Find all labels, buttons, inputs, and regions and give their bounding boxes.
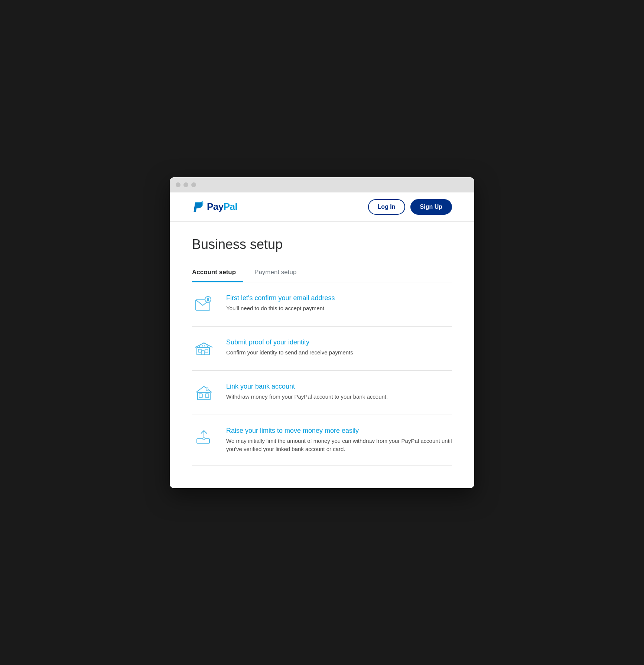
tab-account-setup[interactable]: Account setup xyxy=(192,263,243,282)
traffic-light-minimize[interactable] xyxy=(183,182,188,187)
setup-item-raise-limits: Raise your limits to move money more eas… xyxy=(192,415,452,466)
item-title-submit-identity[interactable]: Submit proof of your identity xyxy=(226,338,452,346)
svg-rect-3 xyxy=(197,347,209,355)
logo-pal: Pal xyxy=(224,201,238,212)
svg-rect-12 xyxy=(199,394,202,398)
browser-chrome xyxy=(170,177,474,192)
svg-line-9 xyxy=(205,345,205,347)
svg-line-8 xyxy=(202,345,202,347)
item-content-submit-identity: Submit proof of your identity Confirm yo… xyxy=(226,338,452,357)
svg-text:$: $ xyxy=(207,298,209,302)
svg-rect-13 xyxy=(205,394,209,398)
browser-window: PayPal Log In Sign Up Business setup Acc… xyxy=(170,177,474,488)
item-content-link-bank: Link your bank account Withdraw money fr… xyxy=(226,383,452,401)
logo-pay: Pay xyxy=(207,201,224,212)
tabs: Account setup Payment setup xyxy=(192,263,452,282)
store-icon xyxy=(192,338,216,359)
svg-rect-5 xyxy=(205,349,208,352)
setup-item-link-bank: Link your bank account Withdraw money fr… xyxy=(192,371,452,415)
signup-button[interactable]: Sign Up xyxy=(410,199,452,215)
setup-list: $ First let's confirm your email address… xyxy=(192,282,452,466)
item-desc-submit-identity: Confirm your identity to send and receiv… xyxy=(226,348,452,357)
paypal-logo-icon xyxy=(192,200,204,214)
item-title-link-bank[interactable]: Link your bank account xyxy=(226,383,452,390)
tab-payment-setup[interactable]: Payment setup xyxy=(254,263,304,282)
setup-item-confirm-email: $ First let's confirm your email address… xyxy=(192,282,452,327)
item-title-raise-limits[interactable]: Raise your limits to move money more eas… xyxy=(226,427,452,435)
bank-icon xyxy=(192,383,216,403)
svg-rect-4 xyxy=(198,349,201,352)
traffic-light-close[interactable] xyxy=(176,182,180,187)
item-desc-confirm-email: You'll need to do this to accept payment xyxy=(226,304,452,313)
nav-buttons: Log In Sign Up xyxy=(368,199,452,215)
svg-point-17 xyxy=(203,438,205,440)
email-icon: $ xyxy=(192,294,216,314)
traffic-light-maximize[interactable] xyxy=(191,182,196,187)
logo: PayPal xyxy=(192,200,237,214)
logo-text: PayPal xyxy=(207,201,237,213)
item-desc-raise-limits: We may initially limit the amount of mon… xyxy=(226,437,452,454)
svg-rect-6 xyxy=(202,351,205,355)
page-container: PayPal Log In Sign Up Business setup Acc… xyxy=(170,192,474,488)
setup-item-submit-identity: Submit proof of your identity Confirm yo… xyxy=(192,327,452,371)
svg-rect-11 xyxy=(198,392,210,400)
main-content: Business setup Account setup Payment set… xyxy=(170,222,474,488)
svg-rect-14 xyxy=(206,388,208,391)
item-title-confirm-email[interactable]: First let's confirm your email address xyxy=(226,294,452,302)
page-title: Business setup xyxy=(192,237,452,252)
upload-icon xyxy=(192,427,216,447)
navbar: PayPal Log In Sign Up xyxy=(170,192,474,222)
item-desc-link-bank: Withdraw money from your PayPal account … xyxy=(226,393,452,401)
item-content-confirm-email: First let's confirm your email address Y… xyxy=(226,294,452,313)
login-button[interactable]: Log In xyxy=(368,199,405,215)
item-content-raise-limits: Raise your limits to move money more eas… xyxy=(226,427,452,454)
